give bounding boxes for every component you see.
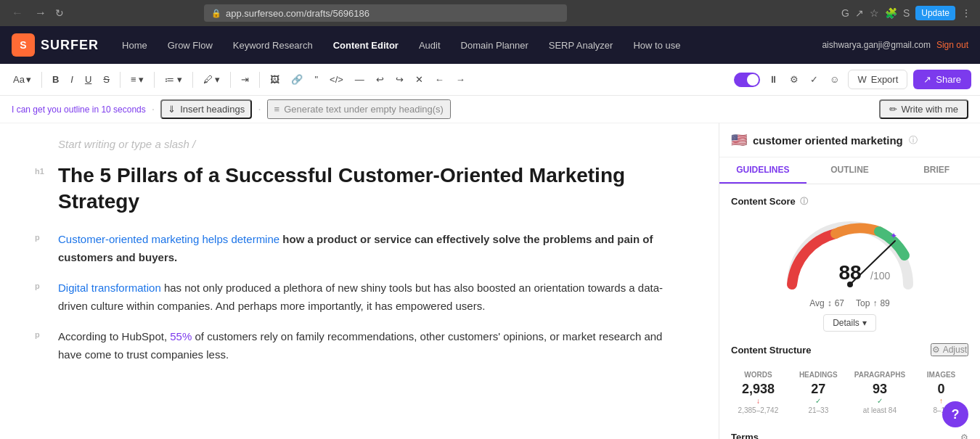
nav-how-to-use[interactable]: How to use — [624, 36, 689, 55]
tab-guidelines[interactable]: GUIDELINES — [719, 157, 807, 184]
eraser-button[interactable]: ✕ — [411, 71, 428, 88]
back-button[interactable]: ← — [9, 5, 26, 21]
separator-4 — [192, 72, 193, 88]
nav-serp-analyzer[interactable]: SERP Analyzer — [540, 36, 622, 55]
panel-body: Content Score ⓘ ✦ — [719, 184, 980, 439]
update-button[interactable]: Update — [915, 6, 955, 20]
p2-label: p — [35, 282, 40, 290]
highlight-button[interactable]: 🖊 ▾ — [199, 71, 225, 88]
separator-2 — [120, 72, 121, 88]
generate-text-button[interactable]: ≡ Generate text under empty heading(s) — [267, 99, 451, 119]
image-button[interactable]: 🖼 — [266, 71, 284, 88]
outline-link[interactable]: I can get you outline in 10 seconds — [12, 104, 146, 115]
sign-out-link[interactable]: Sign out — [936, 40, 968, 50]
para2-link[interactable]: Digital transformation — [58, 282, 161, 294]
editor-area[interactable]: Start writing or type a slash / h1 The 5… — [0, 123, 719, 439]
adjust-button[interactable]: ⚙ Adjust — [931, 343, 968, 356]
nav-domain-planner[interactable]: Domain Planner — [452, 36, 537, 55]
logo-text: SURFER — [41, 38, 99, 53]
undo-button[interactable]: ↩ — [372, 71, 388, 88]
separator-3 — [154, 72, 155, 88]
settings-button[interactable]: ⚙ — [787, 71, 801, 88]
info-icon[interactable]: ⓘ — [909, 134, 918, 147]
toolbar-right: ⏸ ⚙ ✓ ☺ W Export ↗ Share — [734, 70, 971, 89]
p3-label: p — [35, 330, 40, 339]
dropdown-icon: ▾ — [26, 74, 31, 85]
logo-area: S SURFER — [12, 33, 99, 57]
words-indicator: ↓ — [734, 397, 783, 405]
paragraph-3[interactable]: According to HubSpot, 55% of customers r… — [58, 327, 675, 364]
paragraph-1[interactable]: Customer-oriented marketing helps determ… — [58, 230, 675, 267]
extensions-icon[interactable]: 🧩 — [885, 7, 897, 19]
content-score-info[interactable]: ⓘ — [800, 196, 808, 207]
details-button[interactable]: Details ▾ — [823, 314, 876, 332]
back-arrow-button[interactable]: ← — [430, 71, 449, 88]
bold-button[interactable]: B — [48, 71, 63, 88]
nav-content-editor[interactable]: Content Editor — [324, 36, 407, 55]
insert-headings-button[interactable]: ⇓ Insert headings — [160, 99, 252, 119]
nav-keyword-research[interactable]: Keyword Research — [224, 36, 322, 55]
toggle-knob — [747, 74, 759, 86]
pause-icon-button[interactable]: ⏸ — [766, 71, 781, 88]
nav-audit[interactable]: Audit — [410, 36, 449, 55]
check-button[interactable]: ✓ — [807, 71, 821, 88]
svg-text:✦: ✦ — [890, 231, 897, 241]
indent-button[interactable]: ⇥ — [237, 71, 253, 88]
export-button[interactable]: W Export — [848, 70, 907, 89]
font-size-button[interactable]: Aa ▾ — [9, 71, 36, 88]
para3-link[interactable]: 55% — [170, 330, 192, 342]
insert-headings-label: Insert headings — [180, 104, 245, 115]
link-button[interactable]: 🔗 — [287, 71, 307, 88]
line-button[interactable]: — — [351, 71, 369, 88]
images-label: IMAGES — [917, 371, 965, 379]
toggle-switch[interactable] — [734, 73, 760, 87]
share-icon[interactable]: ↗ — [855, 7, 864, 19]
tab-brief[interactable]: BRIEF — [893, 157, 980, 184]
export-label: Export — [871, 74, 899, 85]
bookmark-icon[interactable]: ☆ — [870, 7, 879, 19]
terms-icon[interactable]: ⚙ — [960, 432, 968, 440]
share-button[interactable]: ↗ Share — [913, 70, 971, 89]
italic-button[interactable]: I — [66, 71, 78, 88]
font-size-label: Aa — [13, 74, 25, 85]
terms-header: Terms ⚙ — [731, 432, 968, 439]
profile-icon[interactable]: S — [903, 7, 910, 19]
google-icon[interactable]: G — [841, 7, 849, 19]
nav-grow-flow[interactable]: Grow Flow — [159, 36, 221, 55]
align-button[interactable]: ≡ ▾ — [126, 71, 148, 88]
keyword-title: customer oriented marketing — [753, 134, 903, 147]
refresh-button[interactable]: ↻ — [55, 7, 64, 19]
words-value: 2,938 — [734, 382, 783, 397]
address-bar: 🔒 app.surferseo.com/drafts/5696186 — [204, 4, 567, 22]
list-button[interactable]: ≔ ▾ — [160, 71, 187, 88]
redo-button[interactable]: ↪ — [391, 71, 408, 88]
headings-range: 21–33 — [794, 406, 843, 414]
para-3-block: p According to HubSpot, 55% of customers… — [58, 327, 675, 364]
para1-link[interactable]: Customer-oriented marketing helps determ… — [58, 233, 279, 245]
svg-text:88: 88 — [838, 261, 861, 284]
images-value: 0 — [917, 382, 965, 397]
write-with-me-button[interactable]: ✏ Write with me — [879, 99, 969, 119]
separator-5 — [230, 72, 231, 88]
structure-header: Content Structure ⚙ Adjust — [731, 343, 968, 356]
help-button[interactable]: ? — [942, 401, 968, 427]
code-button[interactable]: </> — [325, 71, 348, 88]
smiley-button[interactable]: ☺ — [827, 71, 843, 88]
nav-home[interactable]: Home — [113, 36, 156, 55]
content-structure-section: Content Structure ⚙ Adjust WORDS 2,938 ↓ — [731, 343, 968, 420]
quote-button[interactable]: " — [310, 71, 322, 88]
strikethrough-button[interactable]: S — [99, 71, 114, 88]
underline-button[interactable]: U — [81, 71, 96, 88]
headings-value: 27 — [794, 382, 843, 397]
words-range: 2,385–2,742 — [734, 406, 783, 414]
forward-arrow-button[interactable]: → — [452, 71, 470, 88]
write-icon: ✏ — [889, 104, 897, 115]
forward-button[interactable]: → — [32, 5, 49, 21]
paragraph-2[interactable]: Digital transformation has not only prod… — [58, 279, 675, 316]
details-chevron: ▾ — [862, 318, 867, 328]
words-label: WORDS — [734, 371, 783, 379]
menu-icon[interactable]: ⋮ — [961, 7, 971, 19]
article-title[interactable]: The 5 Pillars of a Successful Customer-O… — [58, 163, 675, 216]
tab-outline[interactable]: OUTLINE — [807, 157, 894, 184]
adjust-icon: ⚙ — [932, 345, 940, 355]
